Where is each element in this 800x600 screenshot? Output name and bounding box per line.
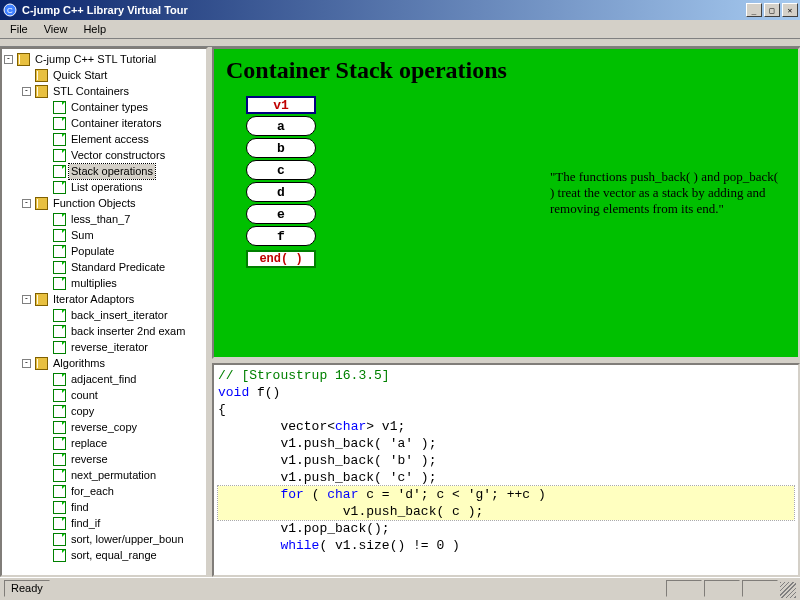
folder-icon bbox=[35, 69, 48, 82]
tree-item[interactable]: sort, equal_range bbox=[4, 547, 204, 563]
vis-title: Container Stack operations bbox=[226, 57, 786, 84]
title-bar: C C-jump C++ Library Virtual Tour _ □ ✕ bbox=[0, 0, 800, 20]
tree-item-label: Container types bbox=[69, 100, 150, 115]
tree-item[interactable]: back_insert_iterator bbox=[4, 307, 204, 323]
page-icon bbox=[53, 533, 66, 546]
tree-item[interactable]: Sum bbox=[4, 227, 204, 243]
collapse-icon[interactable]: - bbox=[22, 359, 31, 368]
tree-item[interactable]: Container iterators bbox=[4, 115, 204, 131]
tree-guide bbox=[40, 519, 49, 528]
tree-item[interactable]: Standard Predicate bbox=[4, 259, 204, 275]
tree-item-label: multiplies bbox=[69, 276, 119, 291]
tree-item[interactable]: Element access bbox=[4, 131, 204, 147]
page-icon bbox=[53, 133, 66, 146]
tree-item[interactable]: less_than_7 bbox=[4, 211, 204, 227]
tree-item-label: replace bbox=[69, 436, 109, 451]
status-pane bbox=[742, 580, 778, 597]
tree-guide bbox=[40, 167, 49, 176]
folder-icon bbox=[35, 85, 48, 98]
stack-cell: f bbox=[246, 226, 316, 246]
tree-item[interactable]: reverse_iterator bbox=[4, 339, 204, 355]
tree-item-label: Container iterators bbox=[69, 116, 164, 131]
tree-item-label: STL Containers bbox=[51, 84, 131, 99]
folder-icon bbox=[17, 53, 30, 66]
tree-item[interactable]: replace bbox=[4, 435, 204, 451]
tree-item-label: adjacent_find bbox=[69, 372, 138, 387]
code-panel[interactable]: // [Stroustrup 16.3.5] void f() { vector… bbox=[212, 363, 800, 577]
menu-view[interactable]: View bbox=[36, 21, 76, 37]
tree-item[interactable]: -Function Objects bbox=[4, 195, 204, 211]
tree-guide bbox=[40, 215, 49, 224]
tree-sidebar[interactable]: -C-jump C++ STL TutorialQuick Start-STL … bbox=[0, 47, 208, 577]
tree-item[interactable]: Quick Start bbox=[4, 67, 204, 83]
tree-item[interactable]: Container types bbox=[4, 99, 204, 115]
page-icon bbox=[53, 229, 66, 242]
stack-header: v1 bbox=[246, 96, 316, 114]
tree-item[interactable]: reverse bbox=[4, 451, 204, 467]
tree-item[interactable]: -Algorithms bbox=[4, 355, 204, 371]
folder-icon bbox=[35, 293, 48, 306]
collapse-icon[interactable]: - bbox=[4, 55, 13, 64]
tree-item[interactable]: -C-jump C++ STL Tutorial bbox=[4, 51, 204, 67]
tree-item[interactable]: -STL Containers bbox=[4, 83, 204, 99]
tree-item[interactable]: copy bbox=[4, 403, 204, 419]
stack-cell: d bbox=[246, 182, 316, 202]
status-bar: Ready bbox=[0, 577, 800, 598]
code-line: v1.push_back( 'a' ); bbox=[218, 435, 794, 452]
tree-item-label: copy bbox=[69, 404, 96, 419]
tree-item[interactable]: for_each bbox=[4, 483, 204, 499]
toolbar bbox=[0, 39, 800, 47]
tree-item[interactable]: List operations bbox=[4, 179, 204, 195]
tree-item[interactable]: find bbox=[4, 499, 204, 515]
collapse-icon[interactable]: - bbox=[22, 199, 31, 208]
tree-item[interactable]: Stack operations bbox=[4, 163, 204, 179]
window-title: C-jump C++ Library Virtual Tour bbox=[22, 4, 746, 16]
tree-item[interactable]: -Iterator Adaptors bbox=[4, 291, 204, 307]
menu-file[interactable]: File bbox=[2, 21, 36, 37]
tree-item-label: find bbox=[69, 500, 91, 515]
page-icon bbox=[53, 309, 66, 322]
maximize-button[interactable]: □ bbox=[764, 3, 780, 17]
tree-item-label: Populate bbox=[69, 244, 116, 259]
tree-item[interactable]: sort, lower/upper_boun bbox=[4, 531, 204, 547]
tree-item[interactable]: count bbox=[4, 387, 204, 403]
menu-help[interactable]: Help bbox=[75, 21, 114, 37]
code-line: v1.push_back( 'b' ); bbox=[218, 452, 794, 469]
tree-item[interactable]: reverse_copy bbox=[4, 419, 204, 435]
collapse-icon[interactable]: - bbox=[22, 295, 31, 304]
resize-grip[interactable] bbox=[780, 582, 796, 598]
tree-item[interactable]: Populate bbox=[4, 243, 204, 259]
tree-item-label: Element access bbox=[69, 132, 151, 147]
tree-item-label: count bbox=[69, 388, 100, 403]
visualization-panel: Container Stack operations v1 abcdef end… bbox=[212, 47, 800, 359]
tree-item-label: sort, lower/upper_boun bbox=[69, 532, 186, 547]
stack-cell: b bbox=[246, 138, 316, 158]
tree-guide bbox=[40, 407, 49, 416]
tree-guide bbox=[40, 183, 49, 192]
explanation-quote: "The functions push_back( ) and pop_back… bbox=[550, 169, 780, 217]
tree-item[interactable]: find_if bbox=[4, 515, 204, 531]
stack-end-marker: end( ) bbox=[246, 250, 316, 268]
tree-item[interactable]: next_permutation bbox=[4, 467, 204, 483]
tree-guide bbox=[40, 343, 49, 352]
status-pane bbox=[666, 580, 702, 597]
highlighted-code: for ( char c = 'd'; c < 'g'; ++c ) v1.pu… bbox=[218, 486, 794, 520]
stack-cell: a bbox=[246, 116, 316, 136]
tree-item-label: for_each bbox=[69, 484, 116, 499]
page-icon bbox=[53, 165, 66, 178]
code-line: v1.push_back( 'c' ); bbox=[218, 469, 794, 486]
menu-bar: File View Help bbox=[0, 20, 800, 39]
page-icon bbox=[53, 325, 66, 338]
collapse-icon[interactable]: - bbox=[22, 87, 31, 96]
tree-guide bbox=[40, 487, 49, 496]
tree-item[interactable]: back inserter 2nd exam bbox=[4, 323, 204, 339]
minimize-button[interactable]: _ bbox=[746, 3, 762, 17]
tree-item[interactable]: Vector constructors bbox=[4, 147, 204, 163]
close-button[interactable]: ✕ bbox=[782, 3, 798, 17]
tree-guide bbox=[40, 375, 49, 384]
tree-item[interactable]: adjacent_find bbox=[4, 371, 204, 387]
page-icon bbox=[53, 373, 66, 386]
tree-guide bbox=[40, 471, 49, 480]
page-icon bbox=[53, 549, 66, 562]
tree-item[interactable]: multiplies bbox=[4, 275, 204, 291]
